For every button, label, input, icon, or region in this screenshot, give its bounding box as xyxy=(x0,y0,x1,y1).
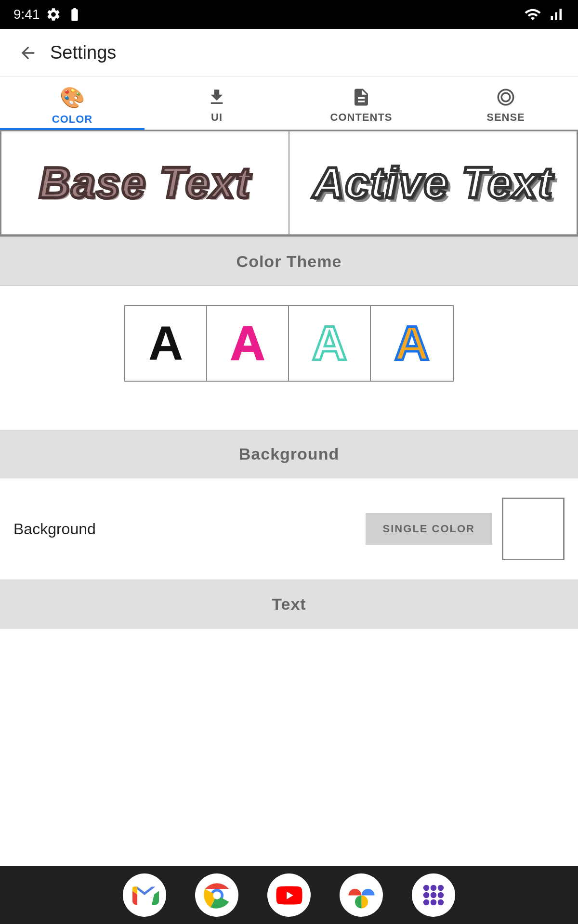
color-theme-area: A A A A xyxy=(0,286,578,401)
contents-tab-icon xyxy=(351,87,371,107)
svg-point-7 xyxy=(438,892,444,898)
color-option-teal[interactable]: A xyxy=(289,306,371,381)
status-bar: 9:41 xyxy=(0,0,578,29)
gmail-nav-icon[interactable] xyxy=(123,873,166,917)
background-row-label: Background xyxy=(13,520,366,538)
tab-contents-label: CONTENTS xyxy=(330,111,393,124)
bottom-nav xyxy=(0,866,578,924)
background-section-label: Background xyxy=(239,445,339,463)
sense-tab-icon xyxy=(496,87,516,107)
settings-status-icon xyxy=(46,7,61,22)
chrome-nav-icon[interactable] xyxy=(195,873,238,917)
svg-point-5 xyxy=(423,892,430,898)
youtube-nav-icon[interactable] xyxy=(267,873,311,917)
color-option-black-letter: A xyxy=(148,316,183,371)
status-right xyxy=(524,6,565,23)
base-text-display: Base Text xyxy=(39,158,251,208)
tab-color-label: COLOR xyxy=(52,113,92,126)
color-option-pink-letter: A xyxy=(230,316,265,371)
color-theme-label: Color Theme xyxy=(236,252,342,271)
background-row: Background SINGLE COLOR xyxy=(0,478,578,580)
signal-icon xyxy=(547,6,565,23)
back-button[interactable] xyxy=(13,38,42,67)
text-section-header: Text xyxy=(0,580,578,628)
photos-nav-icon[interactable] xyxy=(340,873,383,917)
color-option-gold-letter: A xyxy=(394,316,429,371)
color-option-pink[interactable]: A xyxy=(207,306,289,381)
launcher-nav-icon[interactable] xyxy=(412,873,455,917)
svg-point-9 xyxy=(431,899,437,906)
svg-point-3 xyxy=(431,885,437,891)
color-theme-section-header: Color Theme xyxy=(0,237,578,285)
color-options-group: A A A A xyxy=(124,305,454,382)
svg-point-10 xyxy=(438,899,444,906)
svg-point-8 xyxy=(423,899,430,906)
color-tab-icon: 🎨 xyxy=(60,86,85,109)
tab-contents[interactable]: CONTENTS xyxy=(289,77,434,129)
color-option-gold[interactable]: A xyxy=(371,306,453,381)
base-text-preview[interactable]: Base Text xyxy=(0,130,289,236)
status-time: 9:41 xyxy=(13,7,40,22)
color-option-teal-letter: A xyxy=(312,316,347,371)
tab-color[interactable]: 🎨 COLOR xyxy=(0,77,144,129)
tab-bar: 🎨 COLOR UI CONTENTS SENSE xyxy=(0,77,578,130)
wifi-icon xyxy=(524,6,541,23)
svg-point-1 xyxy=(213,891,221,899)
status-left: 9:41 xyxy=(13,7,82,22)
background-color-swatch[interactable] xyxy=(502,498,565,560)
svg-point-4 xyxy=(438,885,444,891)
tab-sense-label: SENSE xyxy=(486,111,525,124)
header: Settings xyxy=(0,29,578,77)
ui-tab-icon xyxy=(207,87,227,107)
page-title: Settings xyxy=(50,42,116,63)
tab-ui-label: UI xyxy=(211,111,223,124)
active-text-preview[interactable]: Active Text xyxy=(289,130,578,236)
svg-point-6 xyxy=(431,892,437,898)
text-section-label: Text xyxy=(272,595,306,614)
preview-area: Base Text Active Text xyxy=(0,130,578,237)
tab-sense[interactable]: SENSE xyxy=(434,77,578,129)
background-section-header: Background xyxy=(0,430,578,478)
tab-ui[interactable]: UI xyxy=(144,77,289,129)
svg-point-2 xyxy=(423,885,430,891)
active-text-display: Active Text xyxy=(313,158,553,208)
color-option-black[interactable]: A xyxy=(125,306,207,381)
battery-status-icon xyxy=(67,7,82,22)
single-color-button[interactable]: SINGLE COLOR xyxy=(366,513,492,545)
